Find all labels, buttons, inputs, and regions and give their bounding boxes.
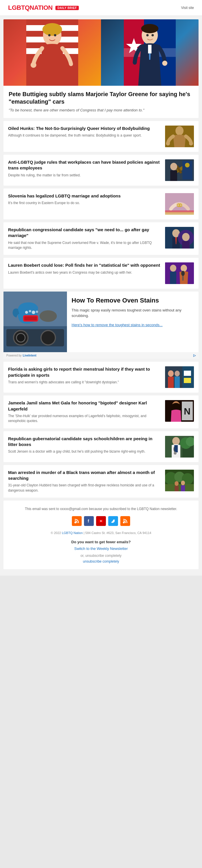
svg-text:f: f (88, 519, 89, 523)
article-title: Republican congressional candidate says … (8, 227, 161, 239)
article-card-jameela[interactable]: Jameela Jamil slams Met Gala for honorin… (3, 396, 199, 428)
article-thumb-murder (165, 470, 194, 491)
article-text: Man arrested in murder of a Black trans … (8, 470, 161, 493)
footer-copyright: © 2022 (51, 531, 62, 535)
article-text: Slovenia has legalized LGBTQ marriage an… (8, 193, 161, 206)
article-text: Republican gubernatorial candidate says … (8, 436, 161, 454)
switch-newsletter-link[interactable]: Switch to the Weekly Newsletter (74, 547, 128, 551)
article-excerpt: 31-year-old Clayton Hubbird has been cha… (8, 483, 161, 493)
svg-rect-41 (165, 213, 194, 215)
logo-nation: NATION (30, 4, 53, 11)
footer-switch-link[interactable]: Switch to the Weekly Newsletter (10, 547, 192, 551)
ad-link[interactable]: Here's how to remove the toughest stains… (72, 323, 163, 327)
article-excerpt: Despite his ruling, the matter is far fr… (8, 173, 161, 178)
footer-email-note: This email was sent to xxxxx@gmail.com b… (10, 506, 192, 512)
svg-point-23 (146, 34, 148, 36)
content-area: Pete Buttigieg subtly slams Marjorie Tay… (0, 16, 202, 576)
email-header: LGBTQNATION Daily Brief Visit site (0, 0, 202, 16)
footer-address: | 584 Castro St. #623, San Francisco, CA… (83, 531, 152, 535)
svg-point-85 (174, 452, 177, 455)
footer-or-label: or, unsubscribe completely (10, 554, 192, 558)
hero-right-person (101, 19, 199, 86)
svg-point-95 (74, 522, 76, 523)
svg-rect-48 (165, 262, 194, 284)
ad-text-side: How To Remove Oven Stains This magic spr… (67, 291, 199, 352)
social-icon-youtube[interactable] (96, 516, 106, 526)
footer-unsubscribe-link[interactable]: unsubscribe completely (10, 559, 192, 563)
svg-point-62 (25, 311, 28, 314)
article-thumb-judge (165, 159, 194, 181)
article-excerpt: He said that now that the Supreme Court … (8, 241, 161, 251)
article-excerpt: Scott Jensen is a doctor with a gay chil… (8, 449, 161, 454)
ad-card: How To Remove Oven Stains This magic spr… (3, 291, 199, 359)
article-card-florida[interactable]: Florida is asking girls to report their … (3, 362, 199, 393)
svg-rect-50 (170, 272, 176, 284)
ad-body: This magic spray easily removes toughest… (72, 307, 194, 319)
article-card-judge[interactable]: Anti-LGBTQ judge rules that workplaces c… (3, 155, 199, 186)
svg-point-28 (189, 142, 193, 146)
hero-left-person (3, 19, 101, 86)
social-icon-rss[interactable] (72, 516, 82, 526)
ad-powered-by: Powered by LiveIntent (6, 354, 36, 357)
powered-by-label: Powered by (6, 354, 22, 357)
visit-site-link[interactable]: Visit site (181, 6, 194, 10)
social-icons-row: f (10, 516, 192, 526)
article-thumb-candidate (165, 227, 194, 249)
svg-point-26 (175, 126, 183, 135)
article-title: Florida is asking girls to report their … (8, 366, 161, 378)
article-card-boebert[interactable]: Lauren Boebert could lose: Poll finds he… (3, 258, 199, 289)
svg-point-20 (141, 24, 159, 33)
svg-rect-72 (175, 376, 180, 388)
unsubscribe-link[interactable]: unsubscribe completely (83, 559, 119, 563)
svg-rect-74 (184, 378, 191, 383)
article-thumb-jameela: N (165, 400, 194, 422)
article-title: Oiled Hunks: The Not-So-Surprisingly Que… (8, 126, 161, 131)
article-thumb-slovenia (165, 193, 194, 215)
footer-copy: © 2022 LGBTQ Nation | 584 Castro St. #62… (10, 531, 192, 536)
article-title: Jameela Jamil slams Met Gala for honorin… (8, 400, 161, 412)
article-excerpt: Trans and women's rights advocates are c… (8, 380, 161, 385)
svg-point-63 (29, 310, 31, 312)
svg-point-58 (16, 333, 25, 342)
footer-fewer-emails: Do you want to get fewer emails? (10, 540, 192, 544)
social-icon-feed[interactable] (120, 516, 130, 526)
svg-point-22 (162, 61, 167, 66)
ad-image (3, 291, 67, 352)
svg-rect-94 (181, 485, 185, 491)
svg-rect-90 (165, 484, 194, 491)
ad-footer: Powered by LiveIntent ▷ (3, 352, 199, 359)
hero-text-box: Pete Buttigieg subtly slams Marjorie Tay… (3, 86, 199, 118)
article-text: Oiled Hunks: The Not-So-Surprisingly Que… (8, 126, 161, 138)
footer-lgbtq-nation-link[interactable]: LGBTQ Nation (62, 531, 82, 535)
svg-rect-81 (174, 445, 178, 452)
ad-inner: How To Remove Oven Stains This magic spr… (3, 291, 199, 352)
hero-subtitle: "To be honest, there are other members o… (9, 108, 193, 113)
svg-point-64 (32, 311, 35, 314)
social-icon-facebook[interactable]: f (84, 516, 94, 526)
social-icon-twitter[interactable] (108, 516, 118, 526)
article-card-republican-litter[interactable]: Republican gubernatorial candidate says … (3, 431, 199, 462)
article-card-slovenia[interactable]: Slovenia has legalized LGBTQ marriage an… (3, 188, 199, 219)
logo-lgbtq: LGBTQ (8, 4, 30, 11)
article-card-murder-trans[interactable]: Man arrested in murder of a Black trans … (3, 465, 199, 498)
article-excerpt: Lauren Boebert's antics over two years i… (8, 270, 161, 275)
hero-card: Pete Buttigieg subtly slams Marjorie Tay… (3, 19, 199, 118)
svg-point-46 (182, 233, 190, 241)
svg-point-49 (170, 265, 176, 272)
liveintent-logo: LiveIntent (23, 354, 36, 357)
svg-point-32 (170, 163, 177, 170)
svg-rect-92 (175, 486, 179, 491)
article-card-bodybuilding[interactable]: Oiled Hunks: The Not-So-Surprisingly Que… (3, 121, 199, 152)
mtg-figure-svg (26, 19, 78, 86)
svg-point-93 (181, 480, 185, 485)
svg-point-11 (48, 34, 50, 36)
svg-rect-73 (184, 371, 191, 376)
article-title: Anti-LGBTQ judge rules that workplaces c… (8, 159, 161, 171)
svg-point-12 (54, 34, 56, 36)
logo: LGBTQNATION (8, 4, 53, 11)
svg-rect-39 (165, 211, 194, 212)
svg-point-80 (172, 437, 180, 445)
hero-title: Pete Buttigieg subtly slams Marjorie Tay… (9, 90, 193, 105)
svg-point-91 (175, 481, 179, 486)
article-card-republican-marriage[interactable]: Republican congressional candidate says … (3, 222, 199, 255)
